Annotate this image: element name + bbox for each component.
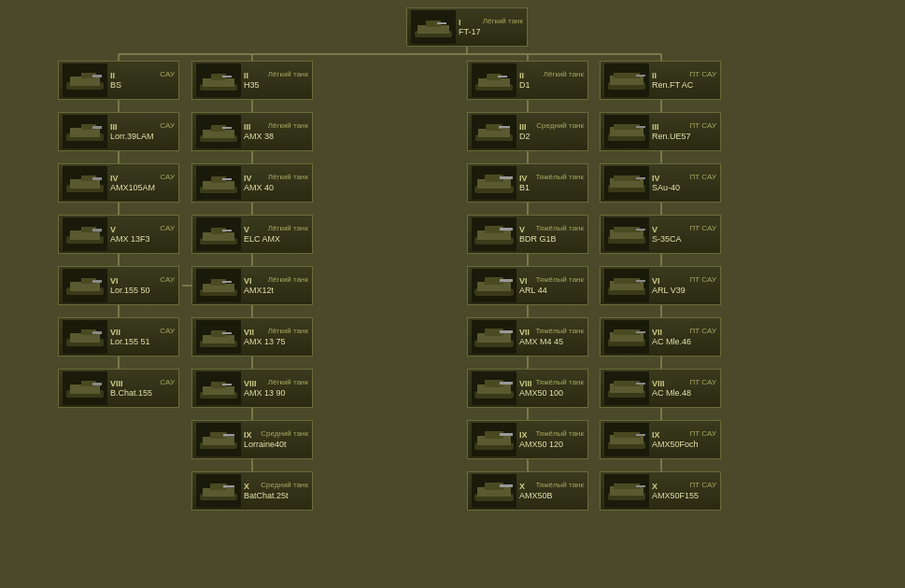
tank-card-elcamx[interactable]: V Лёгкий танк ELC AMX <box>191 215 313 254</box>
tank-tier-acmle48: VIII <box>652 379 665 388</box>
tank-card-arl44[interactable]: VI Тяжёлый танк ARL 44 <box>467 266 588 305</box>
tank-image-amx1390 <box>196 371 241 405</box>
tank-card-bchat155[interactable]: VIII САУ B.Chat.155 <box>58 369 179 408</box>
tank-name-ft17: FT-17 <box>459 27 523 37</box>
tank-type-bchat155: САУ <box>160 379 175 386</box>
tank-image-bchat155 <box>63 371 107 405</box>
tank-image-amx13f3 <box>63 217 107 251</box>
tank-card-amx50f155[interactable]: X ПТ САУ AMX50F155 <box>600 471 721 511</box>
tank-name-amx13f3: AMX 13F3 <box>110 234 175 245</box>
tank-tier-s35ca: V <box>652 225 658 234</box>
svg-rect-140 <box>92 383 102 385</box>
tank-name-amx40: AMX 40 <box>244 183 308 193</box>
tank-tier-h35: II <box>244 71 248 80</box>
tank-image-amx12t <box>196 269 241 302</box>
tank-info-d2: III Средний танк D2 <box>516 122 584 142</box>
tank-card-bs[interactable]: II САУ BS <box>58 61 179 100</box>
tank-type-lor15551: САУ <box>160 328 175 335</box>
tank-card-amx12t[interactable]: VI Лёгкий танк AMX12t <box>191 266 313 305</box>
svg-rect-56 <box>636 75 645 77</box>
tank-card-renUE57[interactable]: III ПТ САУ Ren.UE57 <box>600 112 721 151</box>
svg-rect-92 <box>92 229 102 231</box>
tank-card-acmle46[interactable]: VII ПТ САУ AC Mle.46 <box>600 317 721 357</box>
tank-card-lorraine40t[interactable]: IX Средний танк Lorraine40t <box>191 420 313 459</box>
tank-info-amx1375: VII Лёгкий танк AMX 13 75 <box>241 328 308 347</box>
tank-info-lor15551: VII САУ Lor.155 51 <box>107 328 175 347</box>
tank-image-amx105am <box>63 166 107 200</box>
tank-info-amx1390: VIII Лёгкий танк AMX 13 90 <box>241 379 308 399</box>
tank-tier-d1: II <box>519 71 524 80</box>
tank-card-s35ca[interactable]: V ПТ САУ S-35CA <box>600 215 721 254</box>
tank-info-arlv39: VI ПТ САУ ARL V39 <box>649 276 716 296</box>
tank-card-amx50b[interactable]: X Тяжёлый танк AMX50B <box>467 471 588 511</box>
tank-name-amx50100: AMX50 100 <box>519 388 584 399</box>
tank-card-amx1375[interactable]: VII Лёгкий танк AMX 13 75 <box>191 317 313 357</box>
tank-tier-lor15551: VII <box>110 328 120 337</box>
svg-rect-176 <box>636 485 645 487</box>
tank-image-lor15551 <box>63 320 107 354</box>
tank-card-amx50foch[interactable]: IX ПТ САУ AMX50Foch <box>600 420 721 459</box>
tank-card-d2[interactable]: III Средний танк D2 <box>467 112 588 151</box>
tank-type-amx50foch: ПТ САУ <box>689 430 716 438</box>
svg-rect-88 <box>636 177 645 179</box>
tank-card-amx13f3[interactable]: V САУ AMX 13F3 <box>58 215 179 254</box>
tank-image-bdg1b <box>472 217 516 251</box>
tank-tier-amx50100: VIII <box>519 379 532 388</box>
tank-image-b1 <box>472 166 516 200</box>
tank-name-amx50f155: AMX50F155 <box>652 491 716 501</box>
tank-name-amx12t: AMX12t <box>244 286 308 296</box>
tank-tier-amx12t: VI <box>244 276 252 286</box>
tank-tier-lorraine40t: IX <box>244 430 252 440</box>
tank-type-amx50100: Тяжёлый танк <box>535 379 584 386</box>
tank-info-s35ca: V ПТ САУ S-35CA <box>649 225 716 245</box>
tank-type-amx1390: Лёгкий танк <box>268 379 308 386</box>
tank-card-amx38[interactable]: III Лёгкий танк AMX 38 <box>191 112 313 151</box>
tank-name-sau40: SAu-40 <box>652 183 716 193</box>
tank-card-batchat25t[interactable]: X Средний танк BatChat.25t <box>191 471 313 511</box>
tank-info-b1: IV Тяжёлый танк B1 <box>516 174 584 193</box>
tank-info-renftac: II ПТ САУ Ren.FT AC <box>649 71 716 91</box>
tank-name-acmle48: AC Mle.48 <box>652 388 716 399</box>
tank-card-acmle48[interactable]: VIII ПТ САУ AC Mle.48 <box>600 369 721 408</box>
tank-card-d1[interactable]: II Лёгкий танк D1 <box>467 61 588 100</box>
tank-info-amxm445: VII Тяжёлый танк AMX M4 45 <box>516 328 584 347</box>
tank-card-amx50120[interactable]: IX Тяжёлый танк AMX50 120 <box>467 420 588 459</box>
tank-type-lor15550: САУ <box>160 276 175 284</box>
tank-card-amxm445[interactable]: VII Тяжёлый танк AMX M4 45 <box>467 317 588 357</box>
tank-name-renftac: Ren.FT AC <box>652 80 716 91</box>
tank-type-amx38: Лёгкий танк <box>268 122 308 130</box>
tank-name-lor15550: Lor.155 50 <box>110 286 175 296</box>
tank-card-amx105am[interactable]: IV САУ AMX105AM <box>58 163 179 203</box>
tank-tier-acmle46: VII <box>652 328 662 337</box>
tank-name-lor15551: Lor.155 51 <box>110 337 175 347</box>
tank-image-acmle48 <box>604 371 649 405</box>
tank-type-arlv39: ПТ САУ <box>689 276 716 284</box>
tank-name-d2: D2 <box>519 132 584 142</box>
tank-card-amx40[interactable]: IV Лёгкий танк AMX 40 <box>191 163 313 203</box>
tank-type-amx1375: Лёгкий танк <box>268 328 308 335</box>
tank-card-arlv39[interactable]: VI ПТ САУ ARL V39 <box>600 266 721 305</box>
tank-name-bs: BS <box>110 80 175 91</box>
svg-rect-68 <box>499 126 510 129</box>
tank-card-amx1390[interactable]: VIII Лёгкий танк AMX 13 90 <box>191 369 313 408</box>
tank-card-b1[interactable]: IV Тяжёлый танк B1 <box>467 163 588 203</box>
tank-type-amx12t: Лёгкий танк <box>268 276 308 284</box>
tank-card-ft17[interactable]: I Лёгкий танк FT-17 <box>406 7 528 47</box>
tank-image-renUE57 <box>604 115 649 148</box>
tank-image-lor15550 <box>63 269 107 302</box>
tank-card-sau40[interactable]: IV ПТ САУ SAu-40 <box>600 163 721 203</box>
tank-card-lorr39lam[interactable]: III САУ Lorr.39LAM <box>58 112 179 151</box>
svg-rect-175 <box>614 483 640 489</box>
tank-image-arl44 <box>472 269 516 302</box>
tank-tier-amx105am: IV <box>110 174 119 183</box>
svg-rect-48 <box>222 76 232 77</box>
tank-image-acmle46 <box>604 320 649 354</box>
tank-tier-ft17: I <box>459 18 461 27</box>
tank-card-renftac[interactable]: II ПТ САУ Ren.FT AC <box>600 61 721 100</box>
tank-card-h35[interactable]: II Лёгкий танк H35 <box>191 61 313 100</box>
tank-card-lor15551[interactable]: VII САУ Lor.155 51 <box>58 317 179 357</box>
tank-card-bdg1b[interactable]: V Тяжёлый танк BDR G1B <box>467 215 588 254</box>
tank-card-amx50100[interactable]: VIII Тяжёлый танк AMX50 100 <box>467 369 588 408</box>
tank-card-lor15550[interactable]: VI САУ Lor.155 50 <box>58 266 179 305</box>
tank-info-amx13f3: V САУ AMX 13F3 <box>107 225 175 245</box>
